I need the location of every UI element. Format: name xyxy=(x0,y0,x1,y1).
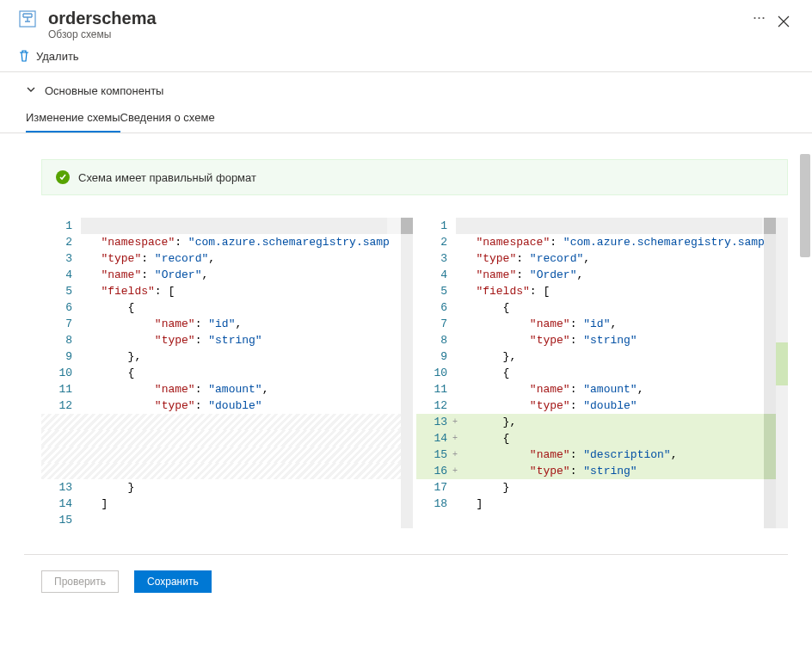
tab-bar: Изменение схемы Сведения о схеме xyxy=(0,104,812,133)
diff-editor: 1{ 2 "namespace": "com.azure.schemaregis… xyxy=(41,218,788,528)
diff-left-editor[interactable]: 1{ 2 "namespace": "com.azure.schemaregis… xyxy=(41,218,413,528)
panel-body-scroll[interactable]: Основные компоненты Изменение схемы Свед… xyxy=(0,72,812,647)
left-scrollbar[interactable] xyxy=(401,218,413,528)
section-toggle[interactable]: Основные компоненты xyxy=(0,72,812,104)
validation-text: Схема имеет правильный формат xyxy=(78,171,256,184)
overview-ruler[interactable] xyxy=(776,218,788,528)
schema-icon xyxy=(17,9,38,29)
panel-vertical-scrollbar[interactable] xyxy=(798,154,812,647)
chevron-down-icon xyxy=(26,84,36,97)
section-title: Основные компоненты xyxy=(45,84,163,97)
close-button[interactable] xyxy=(772,9,795,37)
schema-panel: orderschema Обзор схемы ··· Удалить Осно… xyxy=(0,0,812,647)
panel-title: orderschema xyxy=(48,9,746,28)
check-circle-icon xyxy=(56,170,70,184)
diff-right-editor[interactable]: 1{ 2 "namespace": "com.azure.schemaregis… xyxy=(416,218,788,528)
tab-edit-schema[interactable]: Изменение схемы xyxy=(26,104,120,132)
editor-content: Схема имеет правильный формат 1{ 2 "name… xyxy=(0,133,812,528)
save-button[interactable]: Сохранить xyxy=(134,570,212,593)
command-bar: Удалить xyxy=(0,44,812,72)
validate-button[interactable]: Проверить xyxy=(41,570,119,593)
delete-label: Удалить xyxy=(36,50,79,63)
footer-actions: Проверить Сохранить xyxy=(0,555,812,608)
delete-button[interactable]: Удалить xyxy=(17,49,79,63)
trash-icon xyxy=(17,49,31,63)
validation-status: Схема имеет правильный формат xyxy=(41,159,788,195)
more-menu-button[interactable]: ··· xyxy=(746,9,772,27)
panel-subtitle: Обзор схемы xyxy=(48,28,746,40)
panel-header: orderschema Обзор схемы ··· xyxy=(0,0,812,44)
tab-schema-info[interactable]: Сведения о схеме xyxy=(120,104,215,132)
right-scrollbar[interactable] xyxy=(764,218,776,528)
